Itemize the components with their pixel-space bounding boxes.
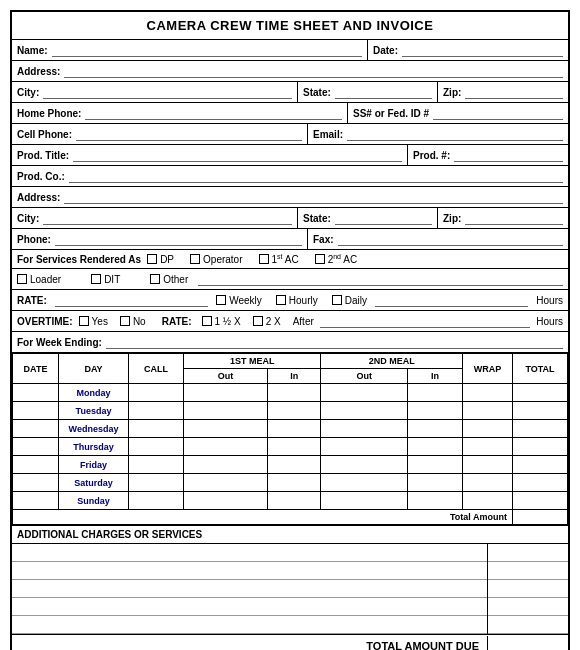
date-input-cell[interactable] [13,438,59,456]
weekly-checkbox[interactable] [216,295,226,305]
cell-phone-field[interactable] [76,127,302,141]
rate1-5-checkbox[interactable] [202,316,212,326]
date-input-cell[interactable] [13,474,59,492]
city-field[interactable] [43,85,292,99]
additional-amount-3[interactable] [488,580,568,598]
meal2-out-cell[interactable] [321,420,408,438]
other-checkbox[interactable] [150,274,160,284]
total-cell[interactable] [513,438,568,456]
additional-amount-2[interactable] [488,562,568,580]
rate-field[interactable] [55,293,208,307]
call-cell[interactable] [129,438,184,456]
total-cell[interactable] [513,456,568,474]
meal1-in-cell[interactable] [268,492,321,510]
meal1-out-cell[interactable] [184,492,268,510]
meal2-in-cell[interactable] [408,438,463,456]
hourly-checkbox[interactable] [276,295,286,305]
meal1-in-cell[interactable] [268,384,321,402]
operator-checkbox[interactable] [190,254,200,264]
additional-amount-1[interactable] [488,544,568,562]
date-input-cell[interactable] [13,384,59,402]
daily-checkbox[interactable] [332,295,342,305]
prod-co-field[interactable] [69,169,563,183]
meal2-in-cell[interactable] [408,384,463,402]
wrap-cell[interactable] [463,438,513,456]
email-field[interactable] [347,127,563,141]
after-field[interactable] [320,314,531,328]
name-field[interactable] [52,43,362,57]
other-field[interactable] [198,272,563,286]
call-cell[interactable] [129,420,184,438]
dit-checkbox[interactable] [91,274,101,284]
no-checkbox[interactable] [120,316,130,326]
meal1-in-cell[interactable] [268,456,321,474]
additional-line-3[interactable] [12,580,487,598]
meal2-in-cell[interactable] [408,492,463,510]
meal1-out-cell[interactable] [184,402,268,420]
zip-field[interactable] [465,85,563,99]
state-field[interactable] [335,85,432,99]
zip2-field[interactable] [465,211,563,225]
wrap-cell[interactable] [463,402,513,420]
phone-field[interactable] [55,232,302,246]
wrap-cell[interactable] [463,420,513,438]
total-cell[interactable] [513,402,568,420]
wrap-cell[interactable] [463,474,513,492]
date-input-cell[interactable] [13,456,59,474]
week-ending-field[interactable] [106,335,563,349]
meal1-out-cell[interactable] [184,384,268,402]
meal2-in-cell[interactable] [408,474,463,492]
ac2-checkbox[interactable] [315,254,325,264]
additional-amount-5[interactable] [488,616,568,634]
meal2-in-cell[interactable] [408,420,463,438]
loader-checkbox[interactable] [17,274,27,284]
meal2-out-cell[interactable] [321,474,408,492]
meal1-in-cell[interactable] [268,420,321,438]
ac1-checkbox[interactable] [259,254,269,264]
wrap-cell[interactable] [463,492,513,510]
meal2-out-cell[interactable] [321,456,408,474]
call-cell[interactable] [129,492,184,510]
meal1-in-cell[interactable] [268,474,321,492]
meal1-in-cell[interactable] [268,402,321,420]
total-cell[interactable] [513,384,568,402]
additional-amount-4[interactable] [488,598,568,616]
total-cell[interactable] [513,492,568,510]
meal2-in-cell[interactable] [408,456,463,474]
address-field[interactable] [64,64,563,78]
total-cell[interactable] [513,420,568,438]
meal2-out-cell[interactable] [321,438,408,456]
meal2-out-cell[interactable] [321,402,408,420]
date-field[interactable] [402,43,563,57]
call-cell[interactable] [129,384,184,402]
wrap-cell[interactable] [463,456,513,474]
total-due-value[interactable] [488,635,568,650]
meal1-out-cell[interactable] [184,438,268,456]
call-cell[interactable] [129,474,184,492]
yes-checkbox[interactable] [79,316,89,326]
ss-field[interactable] [433,106,563,120]
dp-checkbox[interactable] [147,254,157,264]
prod-no-field[interactable] [454,148,563,162]
state2-field[interactable] [335,211,432,225]
meal1-in-cell[interactable] [268,438,321,456]
additional-line-4[interactable] [12,598,487,616]
fax-field[interactable] [338,232,563,246]
meal1-out-cell[interactable] [184,420,268,438]
total-cell[interactable] [513,474,568,492]
wrap-cell[interactable] [463,384,513,402]
additional-line-1[interactable] [12,544,487,562]
additional-line-5[interactable] [12,616,487,634]
meal2-out-cell[interactable] [321,492,408,510]
prod-title-field[interactable] [73,148,402,162]
address2-field[interactable] [64,190,563,204]
call-cell[interactable] [129,456,184,474]
date-input-cell[interactable] [13,402,59,420]
date-input-cell[interactable] [13,492,59,510]
total-amount-value[interactable] [513,510,568,525]
city2-field[interactable] [43,211,292,225]
daily-hours-field[interactable] [375,293,528,307]
meal1-out-cell[interactable] [184,474,268,492]
additional-line-2[interactable] [12,562,487,580]
rate2x-checkbox[interactable] [253,316,263,326]
